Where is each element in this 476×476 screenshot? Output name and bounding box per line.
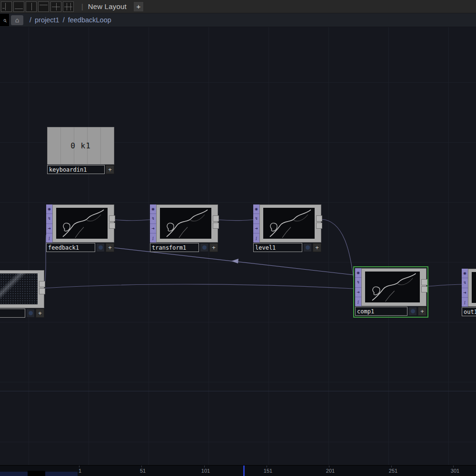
out1-flag-column: ◉ ↯ ➜ ʃ — [462, 269, 468, 307]
new-layout-label: New Layout — [88, 2, 127, 10]
transform1-viewer-toggle[interactable] — [200, 243, 208, 252]
window-layout-bar: | New Layout + — [0, 0, 476, 13]
viewer-dot-icon — [411, 309, 415, 313]
source-expand-button[interactable]: + — [36, 309, 44, 318]
timeline-tickmark — [79, 466, 79, 467]
breadcrumb-project[interactable]: project1 — [35, 16, 60, 24]
layout-preset-2-button[interactable] — [13, 1, 24, 12]
viewer-dot-icon — [99, 245, 103, 250]
display-flag-icon[interactable]: ʃ — [355, 297, 361, 306]
viewer-flag-icon[interactable]: ◉ — [355, 268, 361, 278]
comp1-expand-button[interactable]: + — [418, 307, 426, 316]
home-button[interactable]: ⌂ — [11, 15, 23, 25]
node-level1[interactable]: ◉ ↯ ➜ ʃ — [253, 204, 321, 252]
timeline-tickmark — [141, 466, 142, 467]
transform1-output-connector[interactable] — [213, 215, 219, 230]
node-feedback1[interactable]: ◉ ↯ ➜ ʃ — [46, 204, 114, 252]
bypass-flag-icon[interactable]: ↯ — [253, 214, 259, 223]
keyboardin1-viewer[interactable]: 0 k1 — [47, 127, 114, 165]
viewer-flag-icon[interactable]: ◉ — [46, 204, 52, 214]
comp1-frame — [361, 268, 426, 306]
layout-preset-5-button[interactable] — [50, 1, 61, 12]
feedback1-viewer-toggle[interactable] — [96, 243, 105, 252]
display-flag-icon[interactable]: ʃ — [150, 233, 156, 243]
feedback1-frame — [52, 204, 114, 243]
timeline-tickmark — [453, 466, 454, 467]
wire-feedback1-transform1 — [114, 220, 150, 221]
layout-preset-3-button[interactable] — [26, 1, 37, 12]
layout-preset-6-button[interactable] — [63, 1, 74, 12]
search-icon: ⌕ — [3, 16, 7, 24]
viewer-dot-icon — [202, 245, 207, 250]
source-output-connector[interactable] — [39, 281, 45, 295]
transform1-name-field[interactable] — [150, 243, 199, 252]
timeline-playhead[interactable] — [243, 466, 245, 476]
node-transform1[interactable]: ◉ ↯ ➜ ʃ — [150, 204, 218, 252]
display-flag-icon[interactable]: ʃ — [462, 298, 468, 307]
node-keyboardin1[interactable]: 0 k1 + — [47, 127, 114, 174]
timeline-tickmark — [391, 466, 392, 467]
feedback1-expand-button[interactable]: + — [106, 243, 114, 252]
wire-level1-comp1 — [321, 219, 354, 278]
render-flag-icon[interactable]: ➜ — [462, 288, 468, 298]
timeline-tick-label: 251 — [389, 468, 397, 474]
layout-preset-1-button[interactable] — [1, 1, 12, 12]
bypass-flag-icon[interactable]: ↯ — [462, 278, 468, 288]
comp1-output-connector[interactable] — [421, 279, 427, 293]
display-flag-icon[interactable]: ʃ — [253, 233, 259, 243]
out1-thumbnail[interactable] — [472, 272, 476, 303]
add-layout-button[interactable]: + — [133, 1, 144, 12]
node-comp1[interactable]: ◉ ↯ ➜ ʃ — [355, 268, 426, 316]
level1-frame — [259, 204, 321, 243]
render-flag-icon[interactable]: ➜ — [46, 224, 52, 233]
comp1-viewer-toggle[interactable] — [408, 307, 417, 316]
node-source[interactable]: + — [0, 270, 44, 318]
keyboardin1-expand-button[interactable]: + — [106, 165, 114, 174]
level1-output-connector[interactable] — [316, 215, 322, 230]
breadcrumb-network[interactable]: feedbackLoop — [68, 16, 111, 24]
feedback-arrow-icon — [231, 259, 238, 263]
bypass-flag-icon[interactable]: ↯ — [355, 278, 361, 287]
level1-thumbnail[interactable] — [263, 208, 315, 239]
touchdesigner-window: | New Layout + ⌕ ⌂ / project1 / feedback… — [0, 0, 476, 476]
timeline-ruler[interactable]: 1 51 101 151 201 251 301 — [0, 465, 476, 476]
node-out1[interactable]: ◉ ↯ ➜ ʃ — [462, 269, 476, 316]
viewer-flag-icon[interactable]: ◉ — [462, 269, 468, 278]
search-button[interactable]: ⌕ — [0, 14, 9, 26]
feedback1-name-field[interactable] — [46, 243, 95, 252]
comp1-name-field[interactable] — [355, 307, 407, 316]
viewer-dot-icon — [306, 245, 310, 250]
feedback1-output-connector[interactable] — [109, 215, 115, 230]
wire-comp1-out1 — [428, 284, 463, 286]
feedback1-flag-column: ◉ ↯ ➜ ʃ — [46, 204, 52, 243]
network-editor-canvas[interactable]: 0 k1 + ◉ ↯ ➜ ʃ — [0, 27, 476, 465]
transform1-expand-button[interactable]: + — [209, 243, 218, 252]
level1-viewer-toggle[interactable] — [303, 243, 312, 252]
display-flag-icon[interactable]: ʃ — [46, 233, 52, 243]
home-icon: ⌂ — [15, 16, 19, 24]
bypass-flag-icon[interactable]: ↯ — [150, 214, 156, 223]
timeline-tick-label: 151 — [264, 468, 272, 474]
transform1-flag-column: ◉ ↯ ➜ ʃ — [150, 204, 156, 243]
timeline-tick-label: 1 — [79, 468, 81, 474]
render-flag-icon[interactable]: ➜ — [355, 288, 361, 297]
source-name-field[interactable] — [0, 309, 25, 318]
keyboardin1-display-value: 0 k1 — [70, 141, 91, 150]
comp1-thumbnail[interactable] — [365, 272, 420, 302]
timeline-tick-label: 101 — [201, 468, 210, 474]
viewer-flag-icon[interactable]: ◉ — [253, 204, 259, 214]
render-flag-icon[interactable]: ➜ — [150, 224, 156, 233]
keyboardin1-name-field[interactable] — [47, 165, 105, 174]
layout-preset-4-button[interactable] — [38, 1, 49, 12]
transform1-thumbnail[interactable] — [160, 208, 211, 239]
feedback1-thumbnail[interactable] — [56, 208, 108, 239]
bypass-flag-icon[interactable]: ↯ — [46, 214, 52, 223]
viewer-flag-icon[interactable]: ◉ — [150, 204, 156, 214]
breadcrumb-separator: / — [30, 16, 31, 24]
source-viewer-toggle[interactable] — [26, 309, 35, 318]
render-flag-icon[interactable]: ➜ — [253, 224, 259, 233]
source-thumbnail[interactable] — [0, 273, 38, 304]
out1-name-field[interactable] — [462, 307, 476, 316]
level1-name-field[interactable] — [253, 243, 302, 252]
level1-expand-button[interactable]: + — [313, 243, 321, 252]
